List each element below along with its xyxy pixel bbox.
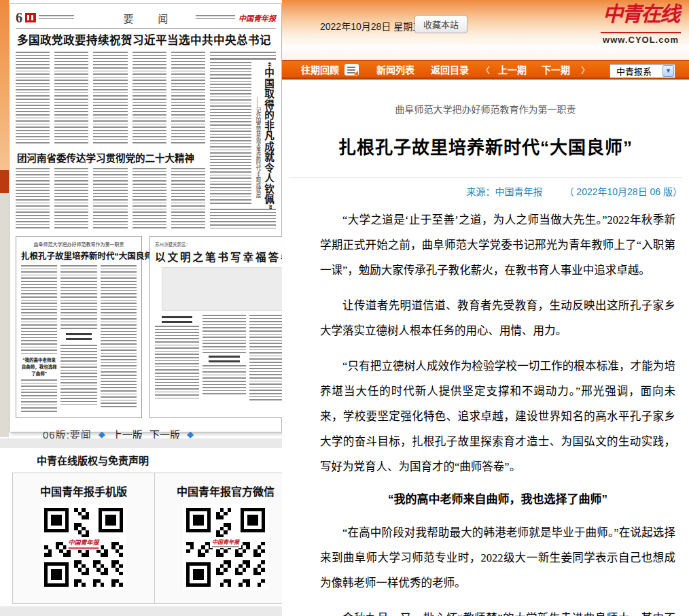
qr-wechat-title: 中国青年报官方微信 (155, 483, 296, 499)
qr-center-logo: 中国青年报 (66, 537, 101, 550)
favorite-site-button[interactable]: 收藏本站 (414, 15, 467, 33)
paper-page-number: 6 (16, 11, 22, 24)
paper-section-name: 要 闻 (97, 11, 194, 25)
paper-vertical-headline[interactable]: “中国取得的非凡成就令人钦佩” (262, 62, 276, 206)
newsprint-text-block (101, 265, 137, 409)
article-paragraph: 让传道者先明道信道、教育者先受教育，生动反映出这所孔子家乡大学落实立德树人根本任… (320, 293, 675, 343)
qr-logo-text: 中国青年报 (212, 538, 239, 545)
newsprint-text-block (16, 168, 50, 230)
paper-box2-headline[interactable]: 以文明之笔书写幸福答卷 (155, 249, 294, 264)
article-paragraph: 金秋九月，又一批心怀“教师梦”的大学新生走进曲阜师大，其中不少人有着和姜同学类似… (320, 606, 675, 616)
next-page-arrow-icon: ◆ (187, 429, 194, 439)
article-paragraph: “只有把立德树人成效作为检验学校一切工作的根本标准，才能为培养堪当大任的时代新人… (320, 354, 675, 479)
paper-box2-lead-quote (162, 267, 287, 311)
qr-cell (119, 583, 123, 587)
paper-headline-second[interactable]: 团河南省委传达学习贯彻党的二十大精神 (17, 150, 175, 165)
newsprint-text-block (202, 315, 247, 353)
qr-cell (82, 583, 86, 587)
site-logo[interactable]: 中青在线 www.CYOL.com (601, 3, 681, 45)
newsprint-text-block (210, 52, 276, 60)
qr-logo-bar (212, 546, 239, 547)
site-logo-text[interactable]: 中青在线 (601, 3, 681, 26)
paper-headline-top[interactable]: 多国政党政要持续祝贺习近平当选中共中央总书记 (17, 31, 209, 48)
qr-cell (258, 553, 262, 557)
publication-select[interactable]: 中青报系 ▼ (610, 64, 675, 78)
qr-cell (243, 549, 247, 553)
qr-cell (119, 572, 123, 576)
newsprint-text-block (171, 168, 205, 230)
paper-box1-col1: “我的高中老师来自曲师，我也选择了曲师” (21, 265, 57, 409)
paper-masthead-date-fineprint (196, 15, 235, 20)
newsprint-text-block (132, 168, 166, 230)
qr-finder-icon (186, 508, 211, 532)
qr-cell (201, 553, 205, 557)
newsprint-text-block (93, 52, 127, 146)
publication-select-value: 中青报系 (610, 65, 662, 78)
newspaper-page-image[interactable]: 6 要 闻 中国青年报 多国政党政要持续祝贺习近平当选中共中央总书记 (10, 3, 282, 432)
newsprint-text-block (16, 52, 50, 146)
qr-cell (224, 530, 228, 534)
dropdown-arrow-icon[interactable]: ▼ (662, 65, 674, 77)
newsprint-bold-head (209, 356, 240, 362)
issue-nav-bar: 往期回顾 新闻列表 返回目录 〈 上一期 下一期 〉 中青报系 ▼ (282, 60, 689, 80)
paper-box2-kicker: 苏州浒墅关新区： (155, 241, 294, 247)
qr-cell (238, 572, 243, 576)
paper-stamp-icon (25, 13, 36, 22)
qr-cell (261, 560, 265, 564)
site-logo-url: www.CYOL.com (601, 32, 681, 45)
paper-box1-kicker: 曲阜师范大学把办好师范教育作为第一职责 (21, 241, 137, 247)
chevron-left-icon: 〈 (481, 63, 490, 76)
newsprint-text-block (21, 379, 57, 412)
paper-masthead-rule (16, 28, 276, 29)
paper-text-columns-1 (16, 52, 205, 146)
qr-cell (224, 568, 228, 572)
qr-cell (220, 515, 224, 519)
nav-item-past-issues[interactable]: 往期回顾 (301, 63, 339, 76)
newsprint-text-block (21, 265, 57, 354)
nav-item-next-issue[interactable]: 下一期 (542, 63, 570, 76)
nav-item-news-list[interactable]: 新闻列表 (376, 63, 414, 76)
qr-codes-panel: 中国青年报手机版 中国青年报 中国青年报官方微信 (12, 473, 297, 604)
qr-cell (101, 583, 105, 587)
left-strip-lower (0, 193, 9, 437)
qr-cell (238, 553, 243, 557)
newsprint-text-block (60, 345, 96, 405)
nav-item-back-to-contents[interactable]: 返回目录 (431, 63, 469, 76)
qr-cell (261, 568, 265, 572)
article-kicker: 曲阜师范大学把办好师范教育作为第一职责 (282, 102, 689, 116)
paper-boxed-articles: 曲阜师范大学把办好师范教育作为第一职责 扎根孔子故里培养新时代“大国良师” “我… (16, 236, 276, 418)
paper-box1-headline[interactable]: 扎根孔子故里培养新时代“大国良师” (21, 249, 137, 262)
qr-cell (93, 583, 97, 587)
qr-cell (220, 553, 224, 557)
article-source[interactable]: 来源：中国青年报 (467, 186, 543, 197)
paper-main-area: 团河南省委传达学习贯彻党的二十大精神 ——记外国嘉宾参观“奋进新时代”主题成就展… (16, 52, 276, 230)
paper-right-column-mid: ——记外国嘉宾参观“奋进新时代”主题成就展 “中国取得的非凡成就令人钦佩” (210, 62, 276, 206)
left-bottom-bar (0, 606, 297, 616)
qr-cell (186, 549, 190, 553)
qr-logo-text: 中国青年报 (68, 538, 99, 547)
newsprint-text-block (210, 209, 276, 230)
article-date-page: （ 2022年10月28日 06 版） (564, 186, 682, 197)
qr-cell (261, 579, 265, 583)
qr-cell (220, 583, 224, 587)
qr-logo-bar (68, 547, 99, 549)
issue-list-icon[interactable] (344, 64, 359, 75)
qr-mobile-title: 中国青年报手机版 (13, 483, 154, 499)
qr-cell (86, 515, 90, 519)
article-title: 扎根孔子故里培养新时代“大国良师” (282, 133, 689, 158)
qr-cell (258, 572, 262, 576)
paper-vertical-subhead: ——记外国嘉宾参观“奋进新时代”主题成就展 (254, 62, 262, 206)
paper-box-article-2[interactable]: 苏州浒墅关新区： 以文明之笔书写幸福答卷 (149, 236, 299, 418)
nav-item-previous-issue[interactable]: 上一期 (498, 63, 527, 76)
qr-cell (104, 572, 108, 576)
qr-cell (224, 549, 228, 553)
paper-masthead-right: 中国青年报 (194, 12, 276, 23)
paper-right-column: ——记外国嘉宾参观“奋进新时代”主题成就展 “中国取得的非凡成就令人钦佩” (210, 52, 276, 230)
qr-code-wechat: 中国青年报 (183, 504, 268, 590)
article-panel: 曲阜师范大学把办好师范教育作为第一职责 扎根孔子故里培养新时代“大国良师” 来源… (282, 80, 689, 616)
paper-box-article-1[interactable]: 曲阜师范大学把办好师范教育作为第一职责 扎根孔子故里培养新时代“大国良师” “我… (16, 236, 142, 418)
qr-cell (243, 568, 247, 572)
article-body: “大学之道是‘止于至善’之道，为人之师当做大先生。”2022年秋季新学期正式开始… (282, 198, 689, 616)
qr-cell (74, 583, 78, 587)
qr-code-mobile: 中国青年报 (41, 504, 126, 590)
